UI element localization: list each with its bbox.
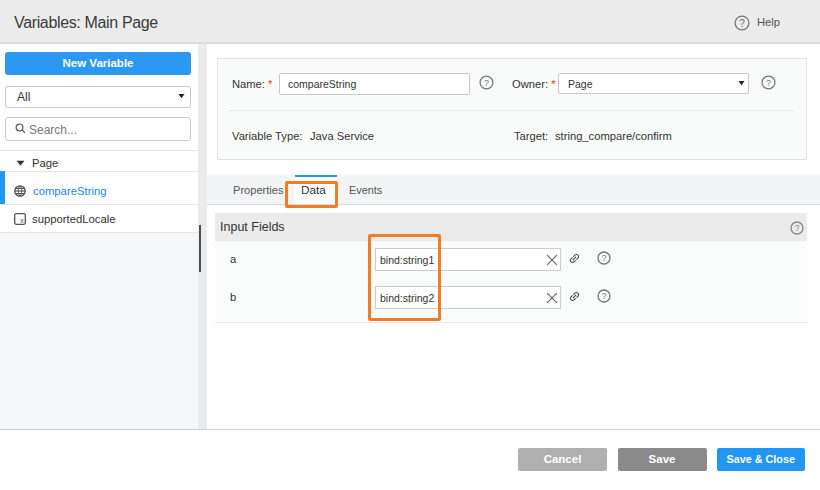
- svg-text:?: ?: [795, 223, 800, 233]
- svg-text:?: ?: [766, 78, 771, 88]
- svg-text:?: ?: [601, 291, 606, 301]
- svg-text:?: ?: [739, 18, 745, 29]
- svg-text:?: ?: [601, 253, 606, 263]
- svg-text:x: x: [20, 217, 24, 224]
- svg-text:?: ?: [484, 78, 489, 88]
